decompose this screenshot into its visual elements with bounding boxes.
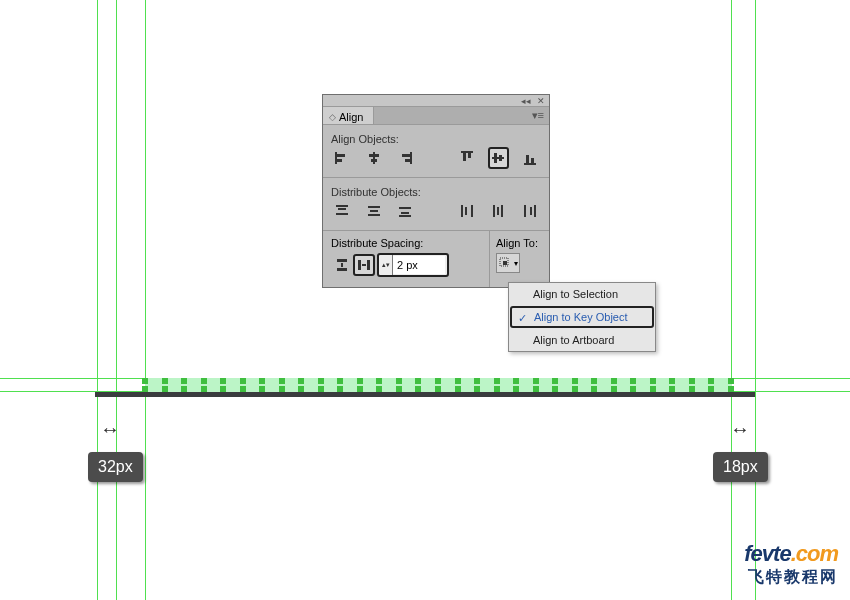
tab-grip-icon: ◇ [329, 112, 336, 122]
selection-handle[interactable] [533, 378, 539, 384]
selection-handle[interactable] [708, 386, 714, 392]
selection-handle[interactable] [142, 386, 148, 392]
selection-handle[interactable] [240, 386, 246, 392]
selection-handle[interactable] [279, 386, 285, 392]
hspacing-button[interactable] [353, 254, 375, 276]
align-bottom-button[interactable] [519, 147, 541, 169]
hdist-left-button[interactable] [456, 200, 478, 222]
selection-handle[interactable] [357, 378, 363, 384]
selection-handle[interactable] [162, 386, 168, 392]
selection-handle[interactable] [533, 386, 539, 392]
svg-rect-26 [399, 215, 411, 217]
menu-align-artboard[interactable]: Align to Artboard [509, 329, 655, 351]
selection-handle[interactable] [279, 378, 285, 384]
selection-handle[interactable] [552, 378, 558, 384]
selection-handle[interactable] [669, 386, 675, 392]
selection-handle[interactable] [162, 378, 168, 384]
selection-handle[interactable] [220, 386, 226, 392]
selection-handle[interactable] [513, 386, 519, 392]
close-icon[interactable]: ✕ [537, 96, 545, 106]
selection-handle[interactable] [611, 378, 617, 384]
svg-rect-4 [369, 154, 379, 157]
selection-handle[interactable] [455, 378, 461, 384]
selection-handle[interactable] [650, 378, 656, 384]
spacing-field[interactable]: ▴▾ 2 px [377, 253, 449, 277]
tab-align[interactable]: ◇ Align [323, 107, 374, 124]
hdist-center-button[interactable] [488, 200, 510, 222]
selection-handle[interactable] [630, 386, 636, 392]
selection-handle[interactable] [298, 386, 304, 392]
vdist-bottom-button[interactable] [394, 200, 416, 222]
panel-titlebar[interactable]: ◂◂ ✕ [323, 95, 549, 107]
vdist-center-button[interactable] [363, 200, 385, 222]
vdist-top-button[interactable] [331, 200, 353, 222]
selection-handle[interactable] [181, 386, 187, 392]
selection-handle[interactable] [455, 386, 461, 392]
selection-handle[interactable] [318, 378, 324, 384]
selection-handle[interactable] [357, 386, 363, 392]
svg-rect-9 [461, 151, 473, 153]
selection-handle[interactable] [376, 378, 382, 384]
selection-handle[interactable] [650, 386, 656, 392]
selection-handle[interactable] [435, 386, 441, 392]
selection-handle[interactable] [552, 386, 558, 392]
selection-handle[interactable] [689, 386, 695, 392]
align-right-button[interactable] [394, 147, 416, 169]
selection-handle[interactable] [396, 378, 402, 384]
selection-handle[interactable] [474, 386, 480, 392]
selection-handle[interactable] [728, 386, 734, 392]
selection-handle[interactable] [415, 378, 421, 384]
selection-handle[interactable] [318, 386, 324, 392]
selection-handle[interactable] [201, 386, 207, 392]
spacing-input[interactable]: 2 px [393, 256, 445, 274]
selection-handle[interactable] [337, 386, 343, 392]
svg-rect-40 [367, 260, 370, 270]
selection-handle[interactable] [572, 378, 578, 384]
selection-handle[interactable] [376, 386, 382, 392]
selection-handle[interactable] [630, 378, 636, 384]
selection-handle[interactable] [591, 378, 597, 384]
selection-handle[interactable] [494, 378, 500, 384]
selection-handle[interactable] [591, 386, 597, 392]
menu-align-selection[interactable]: Align to Selection [509, 283, 655, 305]
menu-align-key-object[interactable]: ✓ Align to Key Object [510, 306, 654, 328]
selection-handle[interactable] [201, 378, 207, 384]
vspacing-button[interactable] [331, 254, 353, 276]
selection-handle[interactable] [494, 386, 500, 392]
svg-rect-33 [524, 205, 526, 217]
selection-handle[interactable] [689, 378, 695, 384]
menu-label: Align to Selection [533, 288, 618, 300]
panel-menu-button[interactable]: ▾≡ [374, 107, 549, 124]
selection-handle[interactable] [259, 386, 265, 392]
guide-vertical [731, 0, 732, 600]
align-left-button[interactable] [331, 147, 353, 169]
selection-handle[interactable] [435, 378, 441, 384]
svg-rect-28 [465, 207, 467, 215]
selection-handle[interactable] [611, 386, 617, 392]
selection-handle[interactable] [220, 378, 226, 384]
align-to-dropdown[interactable]: ▾ [496, 253, 520, 273]
selection-handle[interactable] [259, 378, 265, 384]
selection-handle[interactable] [298, 378, 304, 384]
selection-handle[interactable] [708, 378, 714, 384]
selection-handle[interactable] [669, 378, 675, 384]
selection-handle[interactable] [415, 386, 421, 392]
stepper-icon[interactable]: ▴▾ [379, 255, 393, 275]
watermark-brand: fevte [744, 541, 790, 566]
selection-handle[interactable] [337, 378, 343, 384]
selection-handle[interactable] [142, 378, 148, 384]
align-top-button[interactable] [456, 147, 478, 169]
hdist-right-button[interactable] [519, 200, 541, 222]
svg-rect-20 [336, 213, 348, 215]
selection-handle[interactable] [513, 378, 519, 384]
selection-handle[interactable] [728, 378, 734, 384]
align-hcenter-button[interactable] [363, 147, 385, 169]
selection-handle[interactable] [474, 378, 480, 384]
align-vcenter-button[interactable] [488, 147, 510, 169]
watermark: fevte.com 飞特教程网 [744, 541, 838, 588]
selection-handle[interactable] [572, 386, 578, 392]
selection-handle[interactable] [240, 378, 246, 384]
selection-handle[interactable] [396, 386, 402, 392]
collapse-icon[interactable]: ◂◂ [521, 96, 531, 106]
selection-handle[interactable] [181, 378, 187, 384]
